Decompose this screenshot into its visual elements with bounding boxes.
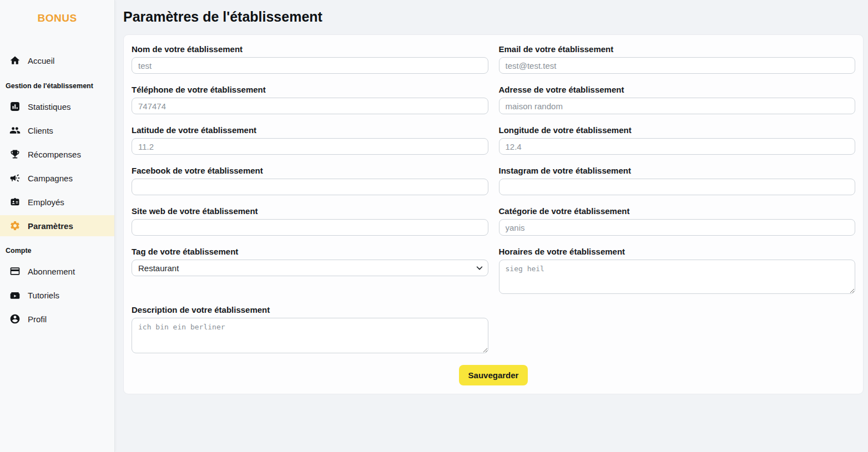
button-row: Sauvegarder — [132, 364, 855, 385]
video-box-icon — [9, 290, 21, 301]
megaphone-icon — [9, 172, 21, 184]
field-hours: Horaires de votre établissement — [499, 247, 856, 294]
field-category: Catégorie de votre établissement — [499, 206, 856, 236]
sidebar-item-label: Statistiques — [28, 102, 71, 111]
website-label: Site web de votre établissement — [132, 206, 488, 216]
sidebar-item-label: Profil — [28, 314, 47, 324]
sidebar-item-clients[interactable]: Clients — [0, 120, 114, 141]
facebook-label: Facebook de votre établissement — [132, 166, 488, 175]
longitude-label: Longitude de votre établissement — [499, 125, 856, 135]
phone-input[interactable] — [132, 98, 488, 114]
empty-cell — [499, 305, 856, 353]
sidebar-nav: Accueil Gestion de l'établissement Stati… — [0, 50, 114, 329]
field-longitude: Longitude de votre établissement — [499, 125, 856, 155]
address-label: Adresse de votre établissement — [499, 85, 856, 94]
trophy-icon — [9, 149, 21, 160]
brand-logo: BONUS — [0, 8, 114, 30]
field-description: Description de votre établissement — [132, 305, 488, 353]
sidebar-item-label: Clients — [28, 126, 53, 135]
sidebar-item-recompenses[interactable]: Récompenses — [0, 144, 114, 165]
sidebar-item-label: Abonnement — [28, 267, 75, 276]
field-email: Email de votre établissement — [499, 44, 856, 74]
tag-select[interactable]: Restaurant — [132, 260, 488, 276]
sidebar-section-gestion: Gestion de l'établissement — [0, 79, 114, 93]
sidebar-item-abonnement[interactable]: Abonnement — [0, 261, 114, 282]
category-input[interactable] — [499, 219, 856, 236]
facebook-input[interactable] — [132, 179, 488, 195]
phone-label: Téléphone de votre établissement — [132, 85, 488, 94]
field-latitude: Latitude de votre établissement — [132, 125, 488, 155]
page-title: Paramètres de l'établissement — [123, 9, 864, 25]
field-website: Site web de votre établissement — [132, 206, 488, 236]
sidebar-section-compte: Compte — [0, 243, 114, 258]
sidebar-item-tutoriels[interactable]: Tutoriels — [0, 285, 114, 306]
description-textarea[interactable] — [132, 318, 488, 353]
save-button[interactable]: Sauvegarder — [459, 365, 528, 385]
sidebar-item-statistiques[interactable]: Statistiques — [0, 96, 114, 117]
sidebar-item-parametres[interactable]: Paramètres — [0, 215, 114, 236]
settings-card: Nom de votre établissement Email de votr… — [123, 34, 864, 394]
category-label: Catégorie de votre établissement — [499, 206, 856, 216]
tag-label: Tag de votre établissement — [132, 247, 488, 256]
hours-textarea[interactable] — [499, 260, 856, 294]
instagram-label: Instagram de votre établissement — [499, 166, 856, 175]
home-icon — [9, 55, 21, 66]
longitude-input[interactable] — [499, 138, 856, 155]
field-facebook: Facebook de votre établissement — [132, 166, 488, 195]
field-name: Nom de votre établissement — [132, 44, 488, 74]
email-label: Email de votre établissement — [499, 44, 856, 54]
person-circle-icon — [9, 313, 21, 324]
name-label: Nom de votre établissement — [132, 44, 488, 54]
hours-label: Horaires de votre établissement — [499, 247, 856, 256]
bar-chart-icon — [9, 101, 21, 112]
website-input[interactable] — [132, 219, 488, 236]
people-icon — [9, 125, 21, 136]
sidebar: BONUS Accueil Gestion de l'établissement… — [0, 0, 115, 452]
sidebar-item-label: Récompenses — [28, 150, 81, 159]
credit-card-icon — [9, 266, 21, 277]
sidebar-item-label: Accueil — [28, 56, 54, 65]
description-label: Description de votre établissement — [132, 305, 488, 314]
main-content: Paramètres de l'établissement Nom de vot… — [115, 0, 868, 452]
field-tag: Tag de votre établissement Restaurant — [132, 247, 488, 294]
sidebar-item-employes[interactable]: Employés — [0, 191, 114, 212]
sidebar-item-label: Employés — [28, 197, 64, 207]
sidebar-item-label: Campagnes — [28, 174, 73, 183]
sidebar-item-label: Paramètres — [28, 221, 73, 231]
sidebar-item-campagnes[interactable]: Campagnes — [0, 167, 114, 189]
sidebar-item-accueil[interactable]: Accueil — [0, 50, 114, 71]
field-phone: Téléphone de votre établissement — [132, 85, 488, 114]
establishment-settings-form: Nom de votre établissement Email de votr… — [132, 44, 855, 385]
email-input[interactable] — [499, 57, 856, 74]
latitude-input[interactable] — [132, 138, 488, 155]
name-input[interactable] — [132, 57, 488, 74]
instagram-input[interactable] — [499, 179, 856, 195]
sidebar-item-label: Tutoriels — [28, 291, 59, 300]
address-input[interactable] — [499, 98, 856, 114]
badge-icon — [9, 196, 21, 207]
field-instagram: Instagram de votre établissement — [499, 166, 856, 195]
gear-icon — [9, 220, 21, 231]
latitude-label: Latitude de votre établissement — [132, 125, 488, 135]
sidebar-item-profil[interactable]: Profil — [0, 308, 114, 329]
field-address: Adresse de votre établissement — [499, 85, 856, 114]
